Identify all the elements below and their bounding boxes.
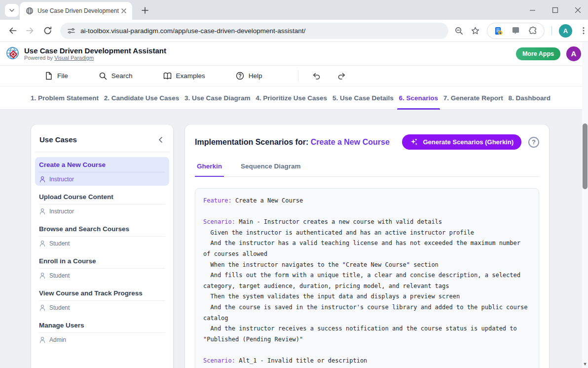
actor-name: Admin	[49, 336, 66, 343]
address-bar-actions: A	[454, 23, 588, 39]
use-case-actor: Instructor	[39, 204, 165, 215]
bookmark-star-icon[interactable]	[471, 26, 480, 36]
use-case-title: Create a New Course	[39, 161, 165, 172]
use-case-actor: Instructor	[39, 172, 165, 183]
tab-search-button[interactable]	[5, 4, 19, 17]
selected-use-case-name: Create a New Course	[311, 138, 390, 146]
redo-icon[interactable]	[337, 71, 347, 81]
menu-item-search[interactable]: Search	[95, 69, 137, 83]
use-case-item[interactable]: View Course and Track Progress Student	[35, 286, 169, 314]
url-text: ai-toolbox.visual-paradigm.com/app/use-c…	[80, 27, 305, 35]
minimize-button[interactable]	[529, 6, 536, 13]
scenarios-panel: Implementation Scenarios for: Create a N…	[185, 124, 549, 368]
scrollbar-thumb[interactable]	[583, 123, 588, 189]
address-bar: ai-toolbox.visual-paradigm.com/app/use-c…	[0, 20, 588, 42]
use-cases-panel: Use Cases Create a New Course Instructor…	[31, 124, 173, 368]
use-case-title: Browse and Search Courses	[39, 225, 165, 236]
step-tab[interactable]: 1. Problem Statement	[31, 86, 99, 110]
menu-item-examples[interactable]: Examples	[159, 69, 209, 83]
back-icon[interactable]	[8, 26, 17, 36]
gherkin-line: And the instructor has a valid teaching …	[203, 238, 531, 259]
help-icon[interactable]: ?	[528, 137, 539, 148]
use-case-item[interactable]: Manage Users Admin	[35, 318, 169, 346]
browser-profile-avatar[interactable]: A	[559, 24, 572, 38]
step-label: 6. Scenarios	[399, 94, 439, 102]
gherkin-code-block[interactable]: Feature: Create a New CourseScenario: Ma…	[195, 188, 539, 368]
reading-list-icon[interactable]	[494, 26, 503, 36]
forward-icon[interactable]	[25, 26, 35, 36]
app-titles: Use Case Driven Development Assistant Po…	[24, 46, 166, 61]
gherkin-keyword: Feature:	[203, 197, 232, 204]
gherkin-line: Given the instructor is authenticated an…	[203, 228, 531, 239]
browser-tab[interactable]: Use Case Driven Development Assistant	[20, 2, 132, 20]
person-icon	[39, 208, 46, 215]
powered-by: Powered by Visual Paradigm	[24, 55, 166, 61]
browser-menu-icon[interactable]	[579, 26, 588, 35]
menu-item-help[interactable]: Help	[232, 69, 266, 83]
person-icon	[39, 336, 46, 343]
undo-icon[interactable]	[311, 71, 321, 81]
user-avatar[interactable]: A	[566, 46, 581, 61]
menu-item-file[interactable]: File	[40, 69, 72, 83]
step-tab[interactable]: 2. Candidate Use Cases	[104, 86, 179, 110]
more-apps-button[interactable]: More Apps	[516, 47, 560, 60]
use-case-actor: Admin	[39, 333, 165, 343]
menu-bar: File Search Examples Help	[0, 66, 588, 86]
gherkin-line: When the instructor navigates to the "Cr…	[203, 260, 531, 271]
step-tab[interactable]: 7. Generate Report	[443, 86, 503, 110]
use-case-title: Upload Course Content	[39, 193, 165, 204]
step-tab[interactable]: 3. Use Case Diagram	[184, 86, 251, 110]
gherkin-line: Feature: Create a New Course	[203, 196, 531, 206]
step-tab[interactable]: 4. Prioritize Use Cases	[256, 86, 327, 110]
page-scrollbar[interactable]: ▼	[582, 42, 588, 368]
site-settings-icon[interactable]	[67, 27, 75, 35]
close-button[interactable]	[574, 6, 581, 13]
actor-name: Instructor	[49, 208, 74, 215]
use-case-item[interactable]: Enroll in a Course Student	[35, 253, 169, 282]
scrollbar-down-icon[interactable]: ▼	[582, 361, 588, 367]
chevron-down-icon	[9, 7, 15, 13]
use-case-item[interactable]: Upload Course Content Instructor	[35, 189, 169, 218]
step-tab[interactable]: 8. Dashboard	[508, 86, 551, 110]
use-case-item[interactable]: Browse and Search Courses Student	[35, 221, 169, 250]
extensions-puzzle-icon[interactable]	[528, 26, 538, 36]
view-tab[interactable]: Sequence Diagram	[241, 163, 301, 176]
zoom-out-icon[interactable]	[454, 26, 464, 36]
maximize-button[interactable]	[551, 6, 558, 13]
generate-scenarios-button[interactable]: Generate Scenarios (Gherkin)	[402, 134, 521, 150]
view-tab-label: Gherkin	[197, 163, 222, 170]
new-tab-button[interactable]	[139, 4, 151, 16]
view-tab[interactable]: Gherkin	[197, 163, 222, 176]
help-icon	[236, 72, 244, 80]
use-case-actor: Student	[39, 301, 165, 311]
tab-close-icon[interactable]	[119, 6, 128, 15]
use-case-title: View Course and Track Progress	[39, 289, 165, 300]
gherkin-line	[203, 206, 531, 217]
actor-name: Student	[49, 272, 70, 279]
workflow-steps: 1. Problem Statement2. Candidate Use Cas…	[0, 86, 588, 110]
use-case-actor: Student	[39, 237, 165, 247]
gherkin-line	[203, 345, 531, 356]
gherkin-keyword: Scenario:	[203, 357, 235, 364]
gherkin-line: Scenario: Alt_1 - Invalid title or descr…	[203, 356, 531, 367]
use-case-title: Manage Users	[39, 322, 165, 332]
step-label: 2. Candidate Use Cases	[104, 94, 179, 102]
step-tab[interactable]: 6. Scenarios	[399, 86, 439, 110]
tab-title: Use Case Driven Development Assistant	[37, 7, 119, 14]
use-case-item[interactable]: Create a New Course Instructor	[35, 157, 169, 186]
step-tab[interactable]: 5. Use Case Details	[332, 86, 394, 110]
gherkin-line: Scenario: Main - Instructor creates a ne…	[203, 217, 531, 228]
url-field[interactable]: ai-toolbox.visual-paradigm.com/app/use-c…	[60, 23, 448, 39]
collapse-panel-icon[interactable]	[157, 136, 165, 144]
visual-paradigm-link[interactable]: Visual Paradigm	[54, 55, 94, 61]
panel-heading: Implementation Scenarios for: Create a N…	[195, 138, 390, 147]
use-case-list: Create a New Course Instructor Upload Co…	[35, 152, 169, 346]
person-icon	[39, 240, 46, 247]
step-label: 4. Prioritize Use Cases	[256, 94, 327, 102]
comment-icon[interactable]	[511, 26, 520, 36]
actor-name: Student	[49, 304, 70, 311]
extensions-pill	[487, 23, 545, 39]
view-tab-label: Sequence Diagram	[241, 163, 301, 170]
reload-icon[interactable]	[43, 26, 52, 36]
browser-window: Use Case Driven Development Assistant ai…	[0, 0, 588, 368]
